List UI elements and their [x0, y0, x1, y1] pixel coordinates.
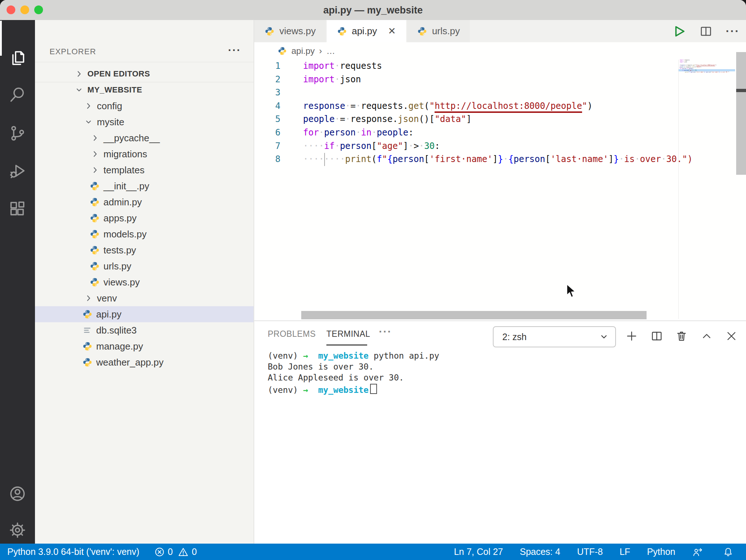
activity-source-control-icon[interactable] [0, 115, 35, 151]
tree-item-admin-py[interactable]: admin.py [35, 194, 254, 210]
panel-action-icons [625, 326, 738, 346]
status-text: LF [620, 547, 630, 557]
minimap[interactable]: import·requestsimport·jsonresponse·=·req… [680, 59, 734, 103]
python-file-icon [417, 26, 427, 36]
close-panel-icon[interactable] [725, 330, 738, 343]
tab-problems[interactable]: PROBLEMS [268, 329, 316, 339]
chevron-down-icon [598, 331, 609, 342]
python-file-icon [90, 261, 100, 271]
terminal-shell-select[interactable]: 2: zsh [493, 326, 616, 347]
code-line[interactable]: ········print(f"{person['first·name']}·{… [680, 71, 734, 73]
tree-item-templates[interactable]: templates [35, 162, 254, 178]
editor-more-actions-icon[interactable]: ··· [726, 24, 739, 38]
title-bar: api.py — my_website [0, 0, 746, 20]
status-item[interactable]: LF [620, 547, 630, 557]
line-number: 7 [254, 141, 280, 151]
status-item[interactable]: UTF-8 [577, 547, 603, 557]
tree-item-apps-py[interactable]: apps.py [35, 210, 254, 226]
tab-label: api.py [352, 25, 377, 37]
activity-files-icon[interactable] [0, 40, 35, 76]
code-line[interactable]: 8········print(f"{person['first·name']}·… [254, 154, 746, 167]
editor-tab-api-py[interactable]: api.py✕ [327, 20, 406, 42]
status-right: Ln 7, Col 27Spaces: 4UTF-8LFPython [454, 547, 737, 557]
code-editor[interactable]: 1import·requests2import·json34response·=… [254, 60, 746, 320]
sidebar-section-my-website[interactable]: MY_WEBSITE [35, 82, 254, 98]
maximize-panel-icon[interactable] [700, 330, 713, 343]
tree-item-config[interactable]: config [35, 98, 254, 114]
status-left: Python 3.9.0 64-bit ('venv': venv)00 [7, 547, 197, 557]
tree-item-label: migrations [103, 149, 147, 160]
code-line[interactable]: 3 [254, 87, 746, 101]
tree-item-views-py[interactable]: views.py [35, 274, 254, 290]
vscode-window: api.py — my_website EXPLORER ··· OPEN ED… [0, 0, 746, 560]
new-terminal-icon[interactable] [625, 330, 638, 343]
activity-search-icon[interactable] [0, 77, 35, 113]
breadcrumb-file[interactable]: api.py [291, 46, 315, 56]
python-file-icon [90, 229, 100, 239]
split-terminal-icon[interactable] [650, 330, 663, 343]
code-line[interactable]: 2import·json [254, 74, 746, 88]
status-feedback-icon[interactable] [692, 547, 706, 557]
tree-item-label: models.py [103, 229, 147, 240]
tree-item-tests-py[interactable]: tests.py [35, 242, 254, 258]
tree-item-label: config [97, 100, 122, 112]
python-file-icon [278, 46, 287, 56]
terminal-output[interactable]: (venv) → my_website python api.pyBob Jon… [268, 351, 439, 395]
tree-item--init-py[interactable]: __init__.py [35, 178, 254, 194]
status-item[interactable]: Ln 7, Col 27 [454, 547, 503, 557]
status-warning-icon[interactable]: 0 [178, 547, 197, 557]
status-text: Spaces: 4 [520, 547, 560, 557]
line-number: 2 [254, 74, 280, 84]
sidebar-more-actions-icon[interactable]: ··· [228, 44, 241, 56]
window-title: api.py — my_website [0, 5, 746, 16]
tree-item-mysite[interactable]: mysite [35, 114, 254, 130]
tree-item-label: __pycache__ [103, 133, 160, 144]
code-line[interactable]: 7····if·person["age"]·>·30: [254, 141, 746, 154]
code-line[interactable]: 4response·=·requests.get("http://localho… [254, 101, 746, 114]
close-tab-icon[interactable]: ✕ [388, 25, 396, 37]
status-item[interactable]: Spaces: 4 [520, 547, 560, 557]
tree-item-venv[interactable]: venv [35, 290, 254, 306]
code-line[interactable]: 6for·person·in·people: [254, 127, 746, 141]
status-error-icon[interactable]: 0 [154, 547, 173, 557]
activity-extensions-icon[interactable] [0, 191, 35, 227]
tree-item-api-py[interactable]: api.py [35, 306, 254, 322]
split-editor-icon[interactable] [699, 24, 713, 38]
tree-item-db-sqlite3[interactable]: db.sqlite3 [35, 322, 254, 338]
tab-terminal[interactable]: TERMINAL [326, 329, 370, 339]
chevron-right-icon [84, 293, 93, 303]
python-file-icon [82, 341, 93, 351]
status-item[interactable]: Python 3.9.0 64-bit ('venv': venv) [7, 547, 140, 557]
status-text: Python 3.9.0 64-bit ('venv': venv) [7, 547, 140, 557]
vertical-scrollbar[interactable] [736, 52, 746, 175]
tree-item-manage-py[interactable]: manage.py [35, 338, 254, 354]
activity-run-debug-icon[interactable] [0, 153, 35, 189]
code-line[interactable]: 1import·requests [254, 61, 746, 74]
python-file-icon [90, 213, 100, 223]
terminal-line: (venv) → my_website [268, 384, 439, 395]
python-file-icon [90, 277, 100, 287]
kill-terminal-icon[interactable] [675, 330, 688, 343]
activity-settings-icon[interactable] [0, 512, 35, 548]
tree-item-label: api.py [96, 309, 121, 320]
status-item[interactable]: Python [647, 547, 675, 557]
tree-item-weather-app-py[interactable]: weather_app.py [35, 354, 254, 370]
horizontal-scrollbar[interactable] [301, 311, 647, 319]
activity-account-icon[interactable] [0, 476, 35, 512]
tree-item--pycache-[interactable]: __pycache__ [35, 130, 254, 146]
status-bell-icon[interactable] [723, 547, 737, 557]
run-python-file-icon[interactable] [672, 24, 686, 39]
tree-item-urls-py[interactable]: urls.py [35, 258, 254, 274]
tree-item-migrations[interactable]: migrations [35, 146, 254, 162]
tree-item-models-py[interactable]: models.py [35, 226, 254, 242]
python-file-icon [90, 181, 100, 191]
breadcrumb-symbol[interactable]: … [326, 46, 335, 56]
panel-more-actions-icon[interactable]: ··· [379, 326, 392, 338]
tree-item-label: __init__.py [103, 181, 149, 192]
sidebar-section-open-editors[interactable]: OPEN EDITORS [35, 66, 254, 82]
tree-item-label: MY_WEBSITE [87, 85, 142, 95]
tree-item-label: manage.py [96, 341, 143, 352]
editor-tab-views-py[interactable]: views.py [254, 20, 326, 42]
code-line[interactable]: 5people·=·response.json()["data"] [254, 114, 746, 127]
editor-tab-urls-py[interactable]: urls.py [407, 20, 470, 42]
